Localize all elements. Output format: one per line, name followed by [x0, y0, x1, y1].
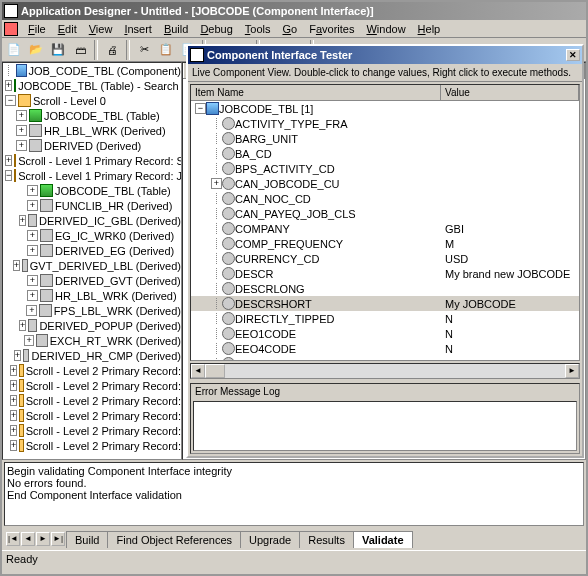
dialog-grid[interactable]: Item Name Value −JOBCODE_TBL [1]ACTIVITY… [190, 84, 580, 361]
toolbar-cut-icon[interactable]: ✂ [134, 40, 154, 60]
tree-node[interactable]: +JOBCODE_TBL (Table) [3, 108, 181, 123]
tree-node[interactable]: +DERIVED_POPUP (Derived) [3, 318, 181, 333]
dialog-row[interactable]: COMPANYGBI [191, 221, 579, 236]
tree-node[interactable]: −Scroll - Level 1 Primary Record: JOB [3, 168, 181, 183]
tree-node[interactable]: +FUNCLIB_HR (Derived) [3, 198, 181, 213]
toolbar-saveall-icon[interactable]: 🗃 [70, 40, 90, 60]
toolbar-new-icon[interactable]: 📄 [4, 40, 24, 60]
menu-debug[interactable]: Debug [194, 23, 238, 35]
close-icon[interactable]: ✕ [566, 49, 580, 61]
expand-icon[interactable]: + [27, 245, 38, 256]
dialog-row[interactable]: DESCRLONG [191, 281, 579, 296]
expand-icon[interactable]: + [26, 305, 37, 316]
tree-node[interactable]: +DERIVED_IC_GBL (Derived) [3, 213, 181, 228]
col-item-name[interactable]: Item Name [191, 85, 441, 100]
menu-window[interactable]: Window [360, 23, 411, 35]
menu-favorites[interactable]: Favorites [303, 23, 360, 35]
menu-file[interactable]: File [22, 23, 52, 35]
menu-view[interactable]: View [83, 23, 119, 35]
tree-node[interactable]: −Scroll - Level 0 [3, 93, 181, 108]
dialog-row[interactable]: DIRECTLY_TIPPEDN [191, 311, 579, 326]
expand-icon[interactable]: + [27, 185, 38, 196]
dialog-row[interactable]: DESCRSHORTMy JOBCODE [191, 296, 579, 311]
dialog-row[interactable]: EEO4CODEN [191, 341, 579, 356]
tree-node[interactable]: +Scroll - Level 1 Primary Record: SET [3, 153, 181, 168]
dialog-row[interactable]: BA_CD [191, 146, 579, 161]
tab-next-icon[interactable]: ► [36, 532, 50, 546]
tab-last-icon[interactable]: ►| [51, 532, 65, 546]
tab-validate[interactable]: Validate [353, 531, 413, 548]
dialog-row[interactable]: COMP_FREQUENCYM [191, 236, 579, 251]
menu-insert[interactable]: Insert [118, 23, 158, 35]
expand-icon[interactable]: + [16, 140, 27, 151]
tab-upgrade[interactable]: Upgrade [240, 531, 300, 548]
tree-node[interactable]: +JOBCODE_TBL (Table) [3, 183, 181, 198]
dialog-row[interactable]: CURRENCY_CDUSD [191, 251, 579, 266]
dialog-row[interactable]: CAN_PAYEQ_JOB_CLS [191, 206, 579, 221]
dialog-row[interactable]: −JOBCODE_TBL [1] [191, 101, 579, 116]
tree-node[interactable]: +DERIVED_GVT (Derived) [3, 273, 181, 288]
collapse-icon[interactable]: − [5, 170, 12, 181]
expand-icon[interactable]: + [14, 350, 21, 361]
dialog-row[interactable]: +CAN_JOBCODE_CU [191, 176, 579, 191]
scroll-thumb[interactable] [205, 364, 225, 378]
tab-find-refs[interactable]: Find Object References [107, 531, 241, 548]
tree-node[interactable]: +FPS_LBL_WRK (Derived) [3, 303, 181, 318]
dialog-row[interactable]: EEO5CODEN [191, 356, 579, 361]
expand-icon[interactable]: + [24, 335, 34, 346]
scroll-left-icon[interactable]: ◄ [191, 364, 205, 378]
toolbar-save-icon[interactable]: 💾 [48, 40, 68, 60]
tree-node[interactable]: +Scroll - Level 2 Primary Record: [3, 393, 181, 408]
dialog-row[interactable]: EEO1CODEN [191, 326, 579, 341]
tree-node[interactable]: +Scroll - Level 2 Primary Record: [3, 438, 181, 453]
tab-build[interactable]: Build [66, 531, 108, 548]
expand-icon[interactable]: + [10, 380, 17, 391]
menu-tools[interactable]: Tools [239, 23, 277, 35]
expand-icon[interactable]: + [27, 275, 38, 286]
tab-results[interactable]: Results [299, 531, 354, 548]
tree-node[interactable]: +EG_IC_WRK0 (Derived) [3, 228, 181, 243]
error-log-body[interactable] [193, 401, 577, 451]
expand-icon[interactable]: + [16, 125, 27, 136]
tree-node[interactable]: +GVT_DERIVED_LBL (Derived) [3, 258, 181, 273]
output-panel[interactable]: Begin validating Component Interface int… [4, 462, 584, 526]
expand-icon[interactable]: + [27, 200, 38, 211]
tree-node[interactable]: +Scroll - Level 2 Primary Record: [3, 408, 181, 423]
tree-node[interactable]: JOB_CODE_TBL (Component) [3, 63, 181, 78]
horizontal-scrollbar[interactable]: ◄ ► [190, 363, 580, 379]
dialog-row[interactable]: CAN_NOC_CD [191, 191, 579, 206]
tab-prev-icon[interactable]: ◄ [21, 532, 35, 546]
expand-icon[interactable]: + [10, 440, 17, 451]
dialog-row[interactable]: ACTIVITY_TYPE_FRA [191, 116, 579, 131]
collapse-icon[interactable]: − [5, 95, 16, 106]
tree-node[interactable]: +HR_LBL_WRK (Derived) [3, 123, 181, 138]
expand-icon[interactable]: + [5, 155, 12, 166]
dialog-row[interactable]: BARG_UNIT [191, 131, 579, 146]
expand-icon[interactable]: + [211, 178, 222, 189]
expand-icon[interactable]: + [16, 110, 27, 121]
tree-node[interactable]: +DERIVED_EG (Derived) [3, 243, 181, 258]
tab-first-icon[interactable]: |◄ [6, 532, 20, 546]
menu-edit[interactable]: Edit [52, 23, 83, 35]
expand-icon[interactable]: + [10, 410, 17, 421]
toolbar-open-icon[interactable]: 📂 [26, 40, 46, 60]
tree-node[interactable]: +JOBCODE_TBL (Table) - Search Record [3, 78, 181, 93]
expand-icon[interactable]: + [13, 260, 20, 271]
dialog-row[interactable]: DESCRMy brand new JOBCODE [191, 266, 579, 281]
tree-node[interactable]: +DERIVED_HR_CMP (Derived) [3, 348, 181, 363]
menu-help[interactable]: Help [412, 23, 447, 35]
expand-icon[interactable]: + [10, 365, 17, 376]
expand-icon[interactable]: + [10, 425, 17, 436]
menu-go[interactable]: Go [277, 23, 304, 35]
dialog-row[interactable]: BPS_ACTIVITY_CD [191, 161, 579, 176]
menu-build[interactable]: Build [158, 23, 194, 35]
project-tree[interactable]: JOB_CODE_TBL (Component)+JOBCODE_TBL (Ta… [2, 62, 182, 460]
expand-icon[interactable]: + [27, 230, 38, 241]
tree-node[interactable]: +Scroll - Level 2 Primary Record: [3, 378, 181, 393]
collapse-icon[interactable]: − [195, 103, 206, 114]
expand-icon[interactable]: + [19, 215, 27, 226]
toolbar-print-icon[interactable]: 🖨 [102, 40, 122, 60]
tree-node[interactable]: +DERIVED (Derived) [3, 138, 181, 153]
toolbar-copy-icon[interactable]: 📋 [156, 40, 176, 60]
tree-node[interactable]: +Scroll - Level 2 Primary Record: [3, 423, 181, 438]
